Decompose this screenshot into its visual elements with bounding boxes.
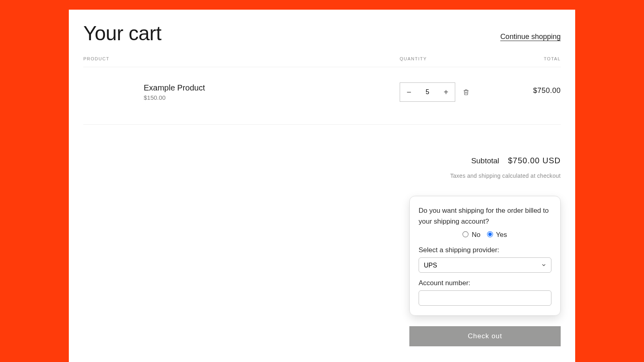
shipping-radio-yes-label[interactable]: Yes — [487, 231, 507, 239]
trash-icon — [462, 88, 470, 96]
shipping-radio-yes-text: Yes — [496, 231, 507, 239]
column-quantity-label: QUANTITY — [400, 56, 480, 61]
quantity-input[interactable] — [418, 88, 437, 96]
column-product-label: PRODUCT — [83, 56, 400, 61]
line-total: $750.00 — [480, 82, 561, 95]
product-unit-price: $150.00 — [144, 94, 205, 101]
page-title: Your cart — [83, 22, 161, 45]
cart-header: Your cart Continue shopping — [83, 22, 561, 45]
account-number-input[interactable] — [419, 290, 551, 306]
shipping-radio-yes[interactable] — [487, 231, 493, 237]
quantity-decrease-button[interactable]: − — [400, 83, 418, 101]
tax-note: Taxes and shipping calculated at checkou… — [83, 173, 561, 179]
minus-icon: − — [407, 88, 411, 97]
cart-summary: Subtotal $750.00 USD Taxes and shipping … — [83, 156, 561, 346]
product-name: Example Product — [144, 83, 205, 93]
account-number-label: Account number: — [419, 279, 551, 287]
shipping-question: Do you want shipping for the order bille… — [419, 205, 551, 227]
remove-item-button[interactable] — [462, 88, 470, 96]
provider-label: Select a shipping provider: — [419, 246, 551, 254]
subtotal-label: Subtotal — [471, 156, 500, 165]
subtotal-row: Subtotal $750.00 USD — [83, 156, 561, 165]
subtotal-amount: $750.00 USD — [508, 156, 561, 165]
quantity-stepper: − + — [400, 82, 455, 102]
cart-table-header: PRODUCT QUANTITY TOTAL — [83, 56, 561, 67]
cart-line-item: Example Product $150.00 − + — [83, 67, 561, 125]
quantity-increase-button[interactable]: + — [437, 83, 455, 101]
shipping-radio-no-text: No — [472, 231, 481, 239]
cart-page: Your cart Continue shopping PRODUCT QUAN… — [69, 10, 575, 362]
shipping-radio-group: No Yes — [419, 231, 551, 239]
shipping-radio-no[interactable] — [462, 231, 469, 237]
plus-icon: + — [444, 88, 448, 97]
quantity-cell: − + — [400, 82, 480, 102]
column-total-label: TOTAL — [480, 56, 561, 61]
shipping-radio-no-label[interactable]: No — [463, 231, 482, 239]
shipping-provider-select[interactable]: UPS — [419, 257, 551, 273]
continue-shopping-link[interactable]: Continue shopping — [500, 33, 561, 45]
checkout-button[interactable]: Check out — [409, 326, 561, 346]
product-cell: Example Product $150.00 — [83, 82, 400, 101]
shipping-account-panel: Do you want shipping for the order bille… — [409, 196, 561, 316]
